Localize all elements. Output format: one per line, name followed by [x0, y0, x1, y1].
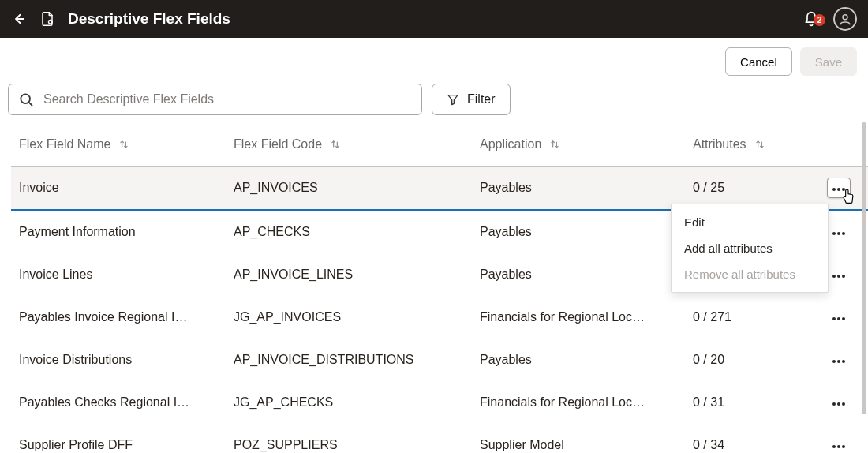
table-region: Flex Field Name Flex Field Code Applicat…: [0, 129, 868, 453]
cell-attributes: 0 / 20: [693, 353, 819, 367]
row-actions-button[interactable]: [827, 178, 851, 198]
svg-line-4: [28, 102, 32, 105]
user-icon: [838, 12, 852, 26]
filter-label: Filter: [467, 92, 496, 107]
action-bar: Cancel Save: [0, 38, 868, 76]
cell-code: AP_INVOICE_LINES: [234, 268, 480, 282]
col-header-code-label: Flex Field Code: [234, 137, 322, 152]
menu-remove-all[interactable]: Remove all attributes: [672, 261, 828, 287]
col-header-application[interactable]: Application: [480, 137, 693, 152]
cell-name: Payment Information: [19, 225, 234, 239]
sort-icon: [118, 139, 129, 150]
svg-point-17: [842, 317, 845, 320]
table-row[interactable]: Payables Checks Regional I…JG_AP_CHECKSF…: [11, 381, 868, 424]
back-arrow-icon[interactable]: [11, 11, 27, 27]
search-input-wrap[interactable]: [8, 84, 422, 115]
save-button[interactable]: Save: [800, 47, 857, 76]
document-icon: [39, 10, 55, 28]
cell-application: Payables: [480, 181, 693, 195]
cell-code: AP_INVOICES: [234, 181, 480, 195]
notifications-button[interactable]: 2: [803, 11, 819, 27]
cell-application: Payables: [480, 225, 693, 239]
row-actions-button[interactable]: [827, 350, 851, 370]
cell-code: AP_CHECKS: [234, 225, 480, 239]
ellipsis-icon: [832, 310, 846, 324]
col-header-application-label: Application: [480, 137, 541, 152]
row-actions-button[interactable]: [827, 264, 851, 285]
row-actions-menu: Edit Add all attributes Remove all attri…: [671, 204, 829, 293]
table-row[interactable]: Payables Invoice Regional I…JG_AP_INVOIC…: [11, 296, 868, 339]
cell-code: JG_AP_INVOICES: [234, 310, 480, 324]
col-header-name-label: Flex Field Name: [19, 137, 110, 152]
col-header-menu: [819, 137, 859, 152]
svg-point-13: [837, 275, 840, 278]
table-row[interactable]: Invoice DistributionsAP_INVOICE_DISTRIBU…: [11, 339, 868, 381]
svg-point-1: [49, 21, 53, 24]
svg-point-20: [842, 360, 845, 363]
svg-point-22: [837, 402, 840, 406]
app-header: Descriptive Flex Fields 2: [0, 0, 868, 38]
ellipsis-icon: [832, 181, 846, 195]
svg-point-21: [832, 402, 836, 406]
svg-point-9: [832, 232, 836, 235]
cell-code: JG_AP_CHECKS: [234, 395, 480, 410]
svg-marker-5: [448, 95, 458, 105]
menu-edit[interactable]: Edit: [672, 209, 828, 235]
ellipsis-icon: [832, 438, 846, 452]
col-header-code[interactable]: Flex Field Code: [234, 137, 480, 152]
col-header-attributes-label: Attributes: [693, 137, 746, 152]
row-actions-button[interactable]: [827, 435, 851, 453]
svg-point-12: [832, 275, 836, 278]
svg-point-10: [837, 232, 840, 235]
cell-attributes: 0 / 31: [693, 395, 819, 410]
cell-name: Invoice: [19, 181, 234, 195]
ellipsis-icon: [832, 225, 846, 239]
table-row[interactable]: Supplier Profile DFFPOZ_SUPPLIERSSupplie…: [11, 424, 868, 453]
sort-icon: [330, 139, 341, 150]
filter-button[interactable]: Filter: [432, 84, 511, 115]
cell-name: Payables Checks Regional I…: [19, 395, 234, 410]
col-header-attributes[interactable]: Attributes: [693, 137, 819, 152]
ellipsis-icon: [832, 395, 846, 410]
cell-name: Invoice Lines: [19, 268, 234, 282]
svg-point-25: [837, 445, 840, 448]
svg-point-8: [842, 188, 845, 191]
svg-point-18: [832, 360, 836, 363]
menu-add-all[interactable]: Add all attributes: [672, 235, 828, 261]
row-actions-button[interactable]: [827, 222, 851, 242]
row-actions-button[interactable]: [827, 307, 851, 328]
header-right: 2: [803, 7, 857, 31]
cell-application: Supplier Model: [480, 438, 693, 452]
vertical-scrollbar[interactable]: [862, 122, 866, 414]
svg-point-14: [842, 275, 845, 278]
svg-point-15: [832, 317, 836, 320]
col-header-name[interactable]: Flex Field Name: [19, 137, 234, 152]
cancel-button[interactable]: Cancel: [725, 47, 792, 76]
cell-name: Supplier Profile DFF: [19, 438, 234, 452]
notification-badge: 2: [814, 14, 825, 26]
svg-point-2: [843, 15, 847, 20]
ellipsis-icon: [832, 353, 846, 367]
search-input[interactable]: [43, 92, 413, 107]
cell-code: AP_INVOICE_DISTRIBUTIONS: [234, 353, 480, 367]
cell-attributes: 0 / 271: [693, 310, 819, 324]
cell-attributes: 0 / 25: [693, 181, 819, 195]
svg-point-11: [842, 232, 845, 235]
svg-point-23: [842, 402, 845, 406]
cell-application: Financials for Regional Loc…: [480, 310, 693, 324]
svg-point-16: [837, 317, 840, 320]
row-actions-button[interactable]: [827, 392, 851, 413]
ellipsis-icon: [832, 268, 846, 282]
svg-point-19: [837, 360, 840, 363]
cell-application: Payables: [480, 353, 693, 367]
svg-point-26: [842, 445, 845, 448]
user-avatar[interactable]: [833, 7, 857, 31]
search-bar: Filter: [0, 76, 868, 129]
page-title: Descriptive Flex Fields: [68, 10, 230, 28]
svg-point-24: [832, 445, 836, 448]
cell-application: Payables: [480, 268, 693, 282]
cell-name: Invoice Distributions: [19, 353, 234, 367]
filter-icon: [447, 93, 459, 106]
svg-point-7: [837, 188, 840, 191]
table-header: Flex Field Name Flex Field Code Applicat…: [11, 129, 868, 166]
